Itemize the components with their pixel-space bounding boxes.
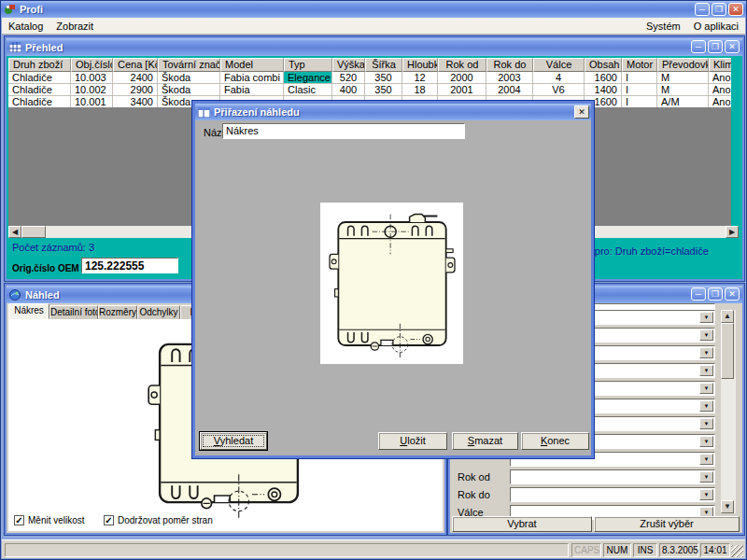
table-cell[interactable]: 2900 (113, 84, 158, 96)
chevron-down-icon[interactable]: ▼ (699, 418, 713, 429)
column-header[interactable]: Šířka (365, 58, 402, 72)
column-header[interactable]: Typ (284, 58, 332, 72)
close-button[interactable]: Konec (521, 432, 589, 450)
table-row[interactable]: Chladiče10.0022900ŠkodaFabiaClasic400350… (8, 84, 731, 96)
column-header[interactable]: Hloubka (402, 58, 438, 72)
table-cell[interactable]: I (622, 72, 657, 84)
clear-selection-button[interactable]: Zrušit výběr (594, 516, 740, 532)
table-cell[interactable]: Škoda (158, 72, 220, 84)
column-header[interactable]: Druh zboží (8, 58, 71, 72)
menu-katalog[interactable]: Katalog (2, 19, 49, 34)
chevron-down-icon[interactable]: ▼ (699, 471, 713, 483)
chevron-down-icon[interactable]: ▼ (699, 489, 713, 500)
checkbox-aspect-ratio[interactable]: ✓Dodržovat poměr stran (104, 515, 213, 525)
maximize-button[interactable]: ❐ (708, 40, 723, 53)
checkbox-box[interactable]: ✓ (14, 515, 24, 525)
column-header[interactable]: Klimatizace (709, 58, 731, 72)
save-button[interactable]: Uložit (378, 432, 447, 450)
close-button[interactable]: ✕ (725, 40, 740, 53)
table-cell[interactable]: I (622, 84, 657, 96)
minimize-button[interactable]: ─ (691, 287, 706, 301)
table-cell[interactable]: Ano (709, 72, 731, 84)
menu-o-aplikaci[interactable]: O aplikaci (687, 19, 745, 34)
column-header[interactable]: Válce (533, 58, 585, 72)
checkbox-box[interactable]: ✓ (104, 515, 114, 525)
column-header[interactable]: Tovární značka (158, 58, 220, 72)
table-cell[interactable]: Fabia (220, 84, 284, 96)
minimize-button[interactable]: ─ (695, 3, 710, 16)
delete-button[interactable]: Smazat (452, 432, 518, 450)
column-header[interactable]: Motor (622, 58, 657, 72)
main-titlebar[interactable]: Profi ─ ❐ ✕ (1, 1, 746, 18)
maximize-button[interactable]: ❐ (708, 287, 723, 301)
chevron-down-icon[interactable]: ▼ (699, 454, 713, 465)
table-cell[interactable]: 10.002 (71, 84, 113, 96)
menu-system[interactable]: Systém (640, 19, 687, 34)
chevron-down-icon[interactable]: ▼ (699, 347, 713, 358)
table-cell[interactable]: 400 (332, 84, 365, 96)
column-header[interactable]: Obsah (585, 58, 622, 72)
chevron-down-icon[interactable]: ▼ (699, 400, 713, 412)
vscrollbar[interactable]: ▲ ▼ (721, 310, 736, 513)
chevron-down-icon[interactable]: ▼ (699, 365, 713, 376)
vscroll-thumb[interactable] (721, 323, 734, 379)
menu-zobrazit[interactable]: Zobrazit (49, 19, 100, 34)
close-button[interactable]: ✕ (728, 3, 743, 16)
hscroll-thumb[interactable] (21, 226, 46, 238)
filter-combobox[interactable]: ▼ (510, 487, 715, 502)
scroll-right-icon[interactable]: ▶ (726, 226, 739, 238)
table-cell[interactable]: Fabia combi (220, 72, 284, 84)
table-cell[interactable]: 520 (332, 72, 365, 84)
table-cell[interactable]: 2004 (486, 84, 533, 96)
table-cell[interactable]: Ano (709, 84, 731, 96)
table-cell[interactable]: Elegance (284, 72, 332, 84)
table-cell[interactable]: 1600 (585, 72, 622, 84)
chevron-down-icon[interactable]: ▼ (699, 383, 713, 394)
table-cell[interactable]: V6 (533, 84, 585, 96)
close-icon[interactable]: ✕ (574, 105, 589, 119)
name-input[interactable]: Nákres (222, 123, 465, 139)
column-header[interactable]: Obj.číslo (71, 58, 113, 72)
table-cell[interactable]: 10.003 (71, 72, 113, 84)
nahled-tab[interactable]: Odchylky (137, 305, 180, 319)
scroll-up-icon[interactable]: ▲ (721, 310, 734, 323)
table-cell[interactable]: 350 (365, 84, 402, 96)
prehled-titlebar[interactable]: Přehled ─ ❐ ✕ (7, 38, 742, 56)
column-header[interactable]: Výška (332, 58, 365, 72)
close-button[interactable]: ✕ (725, 287, 740, 301)
nahled-tab[interactable]: Detailní foto (49, 305, 98, 319)
table-cell[interactable]: Clasic (284, 84, 332, 96)
column-header[interactable]: Rok od (438, 58, 486, 72)
scroll-left-icon[interactable]: ◀ (8, 226, 21, 238)
checkbox-resize[interactable]: ✓Měnit velikost (14, 515, 85, 525)
resize-grip[interactable] (731, 545, 743, 557)
scroll-down-icon[interactable]: ▼ (721, 500, 734, 513)
chevron-down-icon[interactable]: ▼ (699, 329, 713, 341)
select-button[interactable]: Vybrat (452, 516, 592, 532)
nahled-tab[interactable]: Nákres (8, 303, 49, 319)
minimize-button[interactable]: ─ (691, 40, 706, 53)
vscroll-track[interactable] (721, 379, 736, 500)
table-cell[interactable]: 2003 (486, 72, 533, 84)
column-header[interactable]: Cena [Kč] (113, 58, 158, 72)
table-cell[interactable]: M (657, 84, 709, 96)
table-cell[interactable]: 2400 (113, 72, 158, 84)
table-cell[interactable]: 2001 (438, 84, 486, 96)
dialog-titlebar[interactable]: Přiřazení náhledu ✕ (195, 104, 591, 120)
table-cell[interactable]: Chladiče (8, 84, 71, 96)
column-header[interactable]: Převodovka (657, 58, 709, 72)
table-cell[interactable]: 2000 (438, 72, 486, 84)
nahled-tab[interactable]: Rozměry (98, 305, 137, 319)
table-cell[interactable]: 350 (365, 72, 402, 84)
table-cell[interactable]: 1400 (585, 84, 622, 96)
table-cell[interactable]: Škoda (158, 84, 220, 96)
search-button[interactable]: Vyhledat (200, 432, 267, 450)
chevron-down-icon[interactable]: ▼ (699, 312, 713, 323)
oem-input[interactable]: 125.222555 (81, 258, 178, 273)
table-cell[interactable]: 18 (402, 84, 438, 96)
filter-combobox[interactable]: ▼ (510, 469, 715, 484)
table-cell[interactable]: M (657, 72, 709, 84)
column-header[interactable]: Model (220, 58, 284, 72)
column-header[interactable]: Rok do (486, 58, 533, 72)
table-cell[interactable]: Chladiče (8, 72, 71, 84)
